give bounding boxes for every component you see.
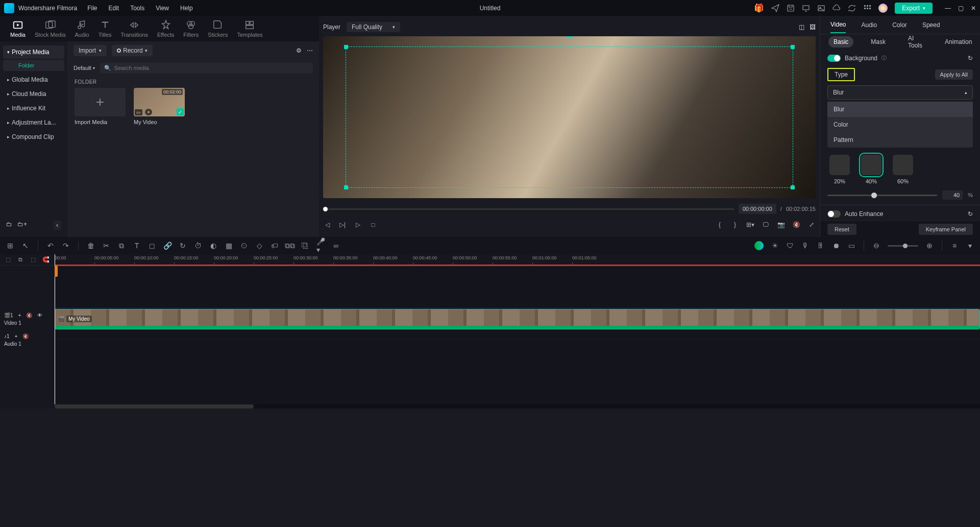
type-dropdown[interactable]: Blur▴ — [827, 85, 973, 100]
mark-out-icon[interactable]: } — [731, 221, 739, 229]
minimize-icon[interactable]: — — [945, 5, 951, 12]
dd-opt-pattern[interactable]: Pattern — [827, 132, 973, 148]
magnet-icon[interactable]: 🧲 — [42, 256, 50, 264]
tab-audio-prop[interactable]: Audio — [861, 21, 877, 29]
add-a-icon[interactable]: + — [15, 333, 18, 339]
playhead[interactable] — [55, 254, 55, 409]
menu-file[interactable]: File — [87, 5, 97, 12]
blur-swatch-20[interactable] — [829, 155, 850, 175]
delete-icon[interactable]: 🗑 — [87, 242, 95, 250]
voice-icon[interactable]: 🎤▾ — [316, 242, 325, 250]
subtab-basic[interactable]: Basic — [828, 36, 853, 47]
hide-v-icon[interactable]: 👁 — [37, 313, 42, 318]
sidebar-item-adjustment[interactable]: ▸Adjustment La... — [3, 116, 64, 129]
blur-value[interactable]: 40 — [942, 190, 963, 200]
mute-a-icon[interactable]: 🔇 — [22, 333, 29, 339]
search-input[interactable]: 🔍Search media — [100, 63, 313, 74]
dd-opt-color[interactable]: Color — [827, 117, 973, 132]
maximize-icon[interactable]: ▢ — [958, 5, 964, 12]
copy-icon[interactable]: ⿻ — [301, 242, 309, 250]
tab-titles[interactable]: Titles — [99, 19, 112, 38]
list-view-icon[interactable]: ≡ — [950, 242, 959, 250]
import-button[interactable]: Import▾ — [74, 45, 107, 56]
sidebar-item-compound[interactable]: ▸Compound Clip — [3, 130, 64, 143]
tab-stock[interactable]: Stock Media — [35, 19, 66, 38]
import-media-tile[interactable]: + Import Media — [75, 88, 126, 125]
refresh-icon[interactable] — [848, 4, 856, 12]
audio-track-lane[interactable] — [55, 331, 980, 339]
mute-icon[interactable]: 🔇 — [792, 221, 800, 229]
handle-bl[interactable] — [344, 185, 348, 189]
media-clip-tile[interactable]: 00:02:00 ▭ + ✓ My Video — [134, 88, 185, 125]
new-folder-icon[interactable]: 🗀+ — [17, 221, 27, 230]
quality-select[interactable]: Full Quality▾ — [347, 22, 400, 32]
background-toggle[interactable] — [827, 55, 841, 62]
send-icon[interactable] — [771, 4, 779, 12]
snapshot-icon[interactable]: 📷 — [777, 221, 785, 229]
user-avatar[interactable] — [878, 4, 888, 13]
zoom-in-icon[interactable]: ⊕ — [925, 242, 934, 250]
fullscreen-icon[interactable]: ⤢ — [807, 221, 816, 229]
preview-canvas[interactable] — [323, 36, 816, 198]
tab-speed[interactable]: Speed — [922, 21, 940, 29]
handle-br[interactable] — [791, 185, 795, 189]
undo-icon[interactable]: ↶ — [46, 242, 55, 250]
group-icon[interactable]: ⧉⧉ — [286, 242, 294, 250]
selection-box[interactable] — [346, 46, 793, 188]
play-icon[interactable]: ▷ — [354, 221, 362, 229]
keyframe-panel-button[interactable]: Keyframe Panel — [919, 224, 973, 235]
sidebar-item-project[interactable]: ▾Project Media — [3, 45, 64, 59]
rotate-icon[interactable]: ↻ — [179, 242, 187, 250]
scrub-head[interactable] — [323, 207, 328, 211]
video-track-header[interactable]: 🎬1+🔇👁 Video 1 — [0, 307, 55, 331]
adjust-icon[interactable]: ▦ — [225, 242, 233, 250]
keyframe-icon[interactable]: ◇ — [255, 242, 263, 250]
pointer-tool-icon[interactable]: ⊞ — [6, 242, 14, 250]
timeline-scrollbar[interactable] — [55, 404, 980, 409]
redo-icon[interactable]: ↷ — [62, 242, 70, 250]
sidebar-item-global[interactable]: ▸Global Media — [3, 73, 64, 86]
tab-color[interactable]: Color — [892, 21, 907, 29]
ai-icon[interactable] — [754, 241, 764, 250]
stop-icon[interactable]: □ — [369, 221, 377, 229]
tab-transitions[interactable]: Transitions — [121, 19, 148, 38]
cloud-icon[interactable] — [832, 4, 841, 12]
frame-icon[interactable]: ◻ — [148, 242, 156, 250]
marker-tl-icon[interactable]: ▭ — [847, 242, 855, 250]
tab-media[interactable]: Media — [10, 19, 26, 38]
tab-stickers[interactable]: Stickers — [208, 19, 228, 38]
sort-select[interactable]: Default▾ — [74, 65, 95, 71]
shield-icon[interactable]: 🛡 — [786, 242, 794, 250]
filter-icon[interactable]: ⚙ — [296, 47, 302, 54]
scrub-bar[interactable] — [323, 208, 734, 210]
color-tool-icon[interactable]: ◐ — [209, 242, 217, 250]
lock-tracks-icon[interactable]: ⬚ — [5, 256, 11, 264]
monitor-icon[interactable] — [802, 4, 810, 12]
reset-section-icon[interactable]: ↻ — [968, 55, 973, 62]
tab-templates[interactable]: Templates — [237, 19, 262, 38]
mixer-icon[interactable]: 🎚 — [817, 242, 825, 250]
speed-tool-icon[interactable]: ⏱ — [194, 242, 202, 250]
reset-button[interactable]: Reset — [827, 224, 856, 235]
chain-icon[interactable]: ∞ — [332, 242, 340, 250]
sidebar-item-cloud[interactable]: ▸Cloud Media — [3, 87, 64, 101]
blur-swatch-40[interactable] — [861, 155, 881, 175]
sidebar-item-influence[interactable]: ▸Influence Kit — [3, 102, 64, 115]
mute-v-icon[interactable]: 🔇 — [26, 313, 32, 318]
add-track-icon[interactable]: + — [18, 313, 21, 318]
handle-tl[interactable] — [344, 45, 348, 49]
prev-frame-icon[interactable]: ◁ — [323, 221, 331, 229]
play-backward-icon[interactable]: ▷| — [338, 221, 347, 229]
link-icon[interactable]: 🔗 — [163, 242, 172, 250]
cut-icon[interactable]: ✂ — [102, 242, 110, 250]
menu-edit[interactable]: Edit — [109, 5, 119, 12]
menu-help[interactable]: Help — [180, 5, 193, 12]
apply-all-button[interactable]: Apply to All — [935, 69, 973, 80]
menu-view[interactable]: View — [156, 5, 169, 12]
collapse-sidebar-icon[interactable]: ‹ — [53, 221, 61, 230]
blur-slider[interactable] — [827, 195, 937, 196]
display-icon[interactable]: 🖵 — [762, 221, 770, 229]
compare-icon[interactable]: ◫ — [799, 23, 804, 31]
image-icon[interactable] — [817, 4, 825, 12]
menu-tools[interactable]: Tools — [130, 5, 144, 12]
